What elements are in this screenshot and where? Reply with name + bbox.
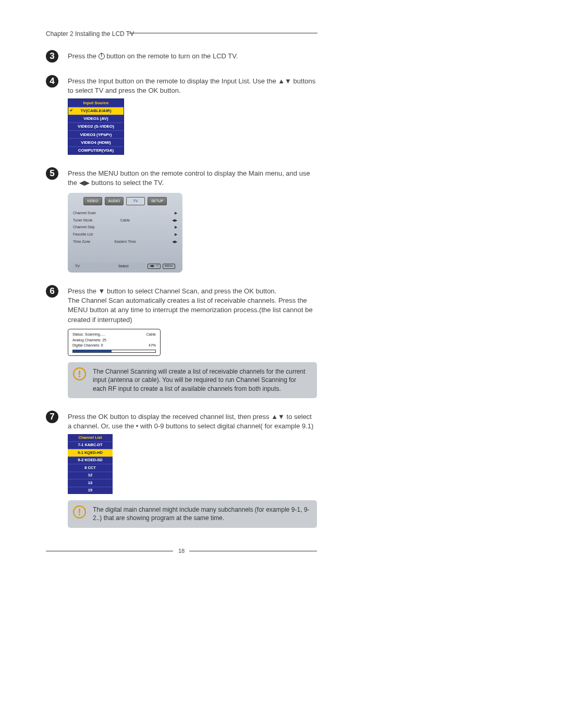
step-5: 5 Press the MENU button on the remote co… [46,167,317,273]
header-rule [129,33,317,33]
channel-list-item-2: 9-2 KOED-SD [68,456,113,464]
scan-progress-pct: 47% [149,343,156,348]
step-3: 3 Press the button on the remote to turn… [46,50,317,63]
step-number-3: 3 [46,50,58,63]
input-source-title: Input Source [68,99,124,106]
input-source-item-computer: COMPUTER(VGA) [68,146,124,154]
step-7-body: Press the OK button to display the recei… [68,411,317,528]
channel-list-item-0: 7-1 KABC-DT [68,441,113,449]
main-menu: VIDEO AUDIO TV SETUP Channel Scan▶ Tuner… [68,193,182,273]
channel-list-item-3: 8 CCT [68,464,113,472]
menu-row-channel-skip: Channel Skip▶ [73,225,177,230]
scan-digital: Digital Channels: 0 [72,343,103,348]
check-icon: ✔ [70,108,73,113]
channel-list-item-1: 9-1 KQED-HD [68,449,113,456]
input-source-menu: Input Source ✔TV(CABLE/AIR) VIDEO1 (AV) … [68,98,124,154]
step-number-5: 5 [46,167,58,180]
footer-btn-menu: MENU [163,264,175,269]
page-footer: 18 [46,551,317,556]
footer-rule-left [46,551,173,551]
menu-tab-tv: TV [126,197,145,205]
step-3-text-b: button on the remote to turn on the LCD … [105,52,238,60]
menu-row-tuner-mode: Tuner ModeCable◀▶ [73,218,177,223]
step-number-7: 7 [46,411,58,423]
step-6-body: Press the ▼ button to select Channel Sca… [68,285,317,398]
menu-footer: TV Select ◀▶ ⏎ MENU [73,263,177,270]
note-scanning-text: The Channel Scanning will create a list … [93,368,305,392]
menu-tab-setup: SETUP [148,197,167,205]
caution-icon: ! [73,505,86,519]
chapter-heading: Chapter 2 Installing the LCD TV [46,30,317,38]
step-6-text: Press the ▼ button to select Channel Sca… [68,287,317,325]
menu-row-time-zone: Time ZoneEastern Time◀▶ [73,239,177,244]
page-number: 18 [176,548,187,554]
scan-analog: Analog Channels: 25 [72,338,106,343]
scan-status-val: Cable [146,332,156,337]
manual-page: Chapter 2 Installing the LCD TV 3 Press … [0,0,563,556]
input-source-item-video4: VIDEO4 (HDMI) [68,138,124,146]
step-5-body: Press the MENU button on the remote cont… [68,167,317,273]
progress-bar [72,350,156,353]
note-box-scanning: ! The Channel Scanning will create a lis… [68,362,317,398]
channel-list-title: Channel List [68,434,113,441]
step-7-text: Press the OK button to display the recei… [68,412,317,431]
channel-list-item-6: 15 [68,487,113,495]
menu-tabs: VIDEO AUDIO TV SETUP [73,197,177,205]
caution-icon: ! [73,367,86,380]
input-source-item-video2: VIDEO2 (S-VIDEO) [68,122,124,130]
input-source-item-video3: VIDEO3 (YPbPr) [68,130,124,138]
step-number-4: 4 [46,75,58,88]
menu-tab-video: VIDEO [83,197,102,205]
input-source-item-tv: ✔TV(CABLE/AIR) [68,107,124,115]
note-subchannels-text: The digital main channel might include m… [93,506,310,522]
step-3-text-a: Press the [68,52,99,60]
step-4: 4 Press the Input button on the remote t… [46,75,317,155]
channel-list-item-4: 12 [68,472,113,479]
step-6: 6 Press the ▼ button to select Channel S… [46,285,317,398]
input-source-item-video1: VIDEO1 (AV) [68,115,124,122]
note-box-subchannels: ! The digital main channel might include… [68,500,317,527]
step-3-body: Press the button on the remote to turn o… [68,50,238,61]
step-4-text: Press the Input button on the remote to … [68,77,317,95]
footer-rule-right [189,551,317,551]
menu-row-channel-scan: Channel Scan▶ [73,211,177,216]
step-5-text: Press the MENU button on the remote cont… [68,169,317,188]
menu-row-favorite-list: Favorite List▶ [73,232,177,237]
channel-list-menu: Channel List 7-1 KABC-DT 9-1 KQED-HD 9-2… [68,434,113,494]
step-7: 7 Press the OK button to display the rec… [46,411,317,528]
step-number-6: 6 [46,285,58,298]
scan-status-label: Status: Scanning..... [72,332,105,337]
footer-btn-arrows: ◀▶ ⏎ [148,264,161,269]
scan-status-box: Status: Scanning.....Cable Analog Channe… [68,329,161,356]
menu-tab-audio: AUDIO [105,197,124,205]
power-icon [99,53,105,59]
channel-list-item-5: 13 [68,479,113,487]
progress-fill [73,350,112,352]
step-4-body: Press the Input button on the remote to … [68,75,317,155]
